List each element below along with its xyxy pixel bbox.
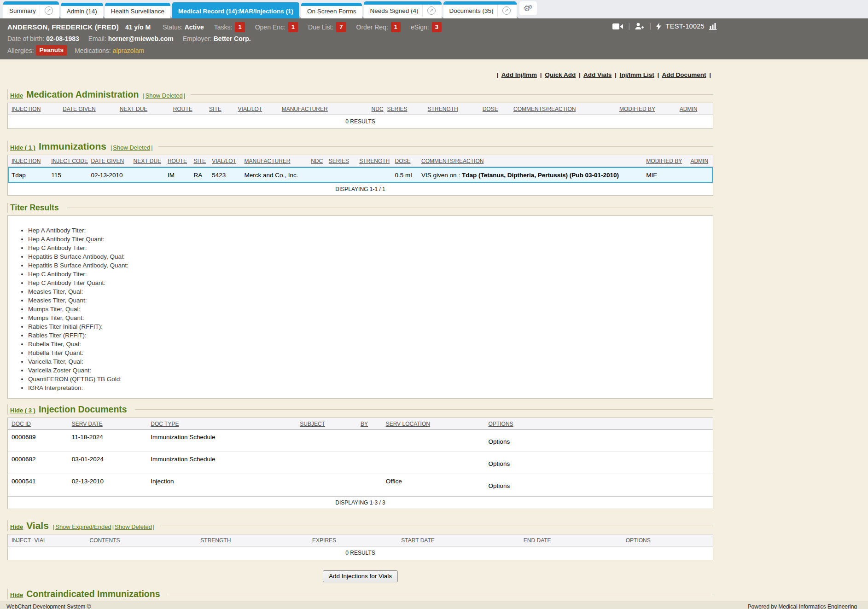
titer-item: Measles Titer, Qual: — [28, 287, 713, 296]
settings-button[interactable]: ⚙⚙ — [519, 1, 537, 15]
video-camera-icon[interactable] — [612, 23, 623, 30]
show-deleted-link[interactable]: Show Deleted — [115, 523, 152, 530]
column-header[interactable]: INJECTION — [8, 158, 49, 164]
open-enc-count-badge[interactable]: 1 — [288, 22, 298, 32]
column-header[interactable]: ROUTE — [171, 106, 207, 112]
hide-link[interactable]: Hide ( 1 ) — [10, 144, 35, 151]
column-header[interactable]: SERV DATE — [70, 421, 149, 427]
column-header[interactable]: INJECT CODE — [49, 158, 89, 164]
tab-summary[interactable]: Summary ↗ — [3, 1, 59, 18]
add-person-icon[interactable] — [635, 23, 645, 30]
chart-icon[interactable] — [709, 23, 717, 30]
column-header[interactable]: SERV LOCATION — [384, 421, 487, 427]
column-header[interactable]: MANUFACTURER — [243, 158, 309, 164]
column-header[interactable]: MANUFACTURER — [280, 106, 353, 112]
tab-on-screen-forms[interactable]: On Screen Forms — [301, 3, 362, 18]
tab-needs-signed[interactable]: Needs Signed (4) ↗ — [364, 1, 441, 18]
order-req-count-badge[interactable]: 1 — [391, 22, 401, 32]
column-header[interactable]: DOSE — [393, 158, 420, 164]
inj-imm-list-link[interactable]: Inj/Imm List — [620, 71, 654, 78]
column-header[interactable]: OPTIONS — [487, 421, 713, 427]
options-link[interactable]: Options — [487, 456, 713, 467]
titer-item: Hep C Antibody Titer: — [28, 270, 713, 278]
cell-modified-by: MIE — [644, 172, 688, 179]
tasks-count-badge[interactable]: 1 — [235, 22, 245, 32]
options-link[interactable]: Options — [487, 434, 713, 445]
document-row[interactable]: 0000541 02-13-2010 Injection Office Opti… — [8, 474, 713, 496]
column-header[interactable]: START DATE — [399, 537, 522, 544]
column-header[interactable]: EXPIRES — [310, 537, 399, 544]
show-expired-link[interactable]: Show Expired/Ended — [55, 523, 111, 530]
footer-left-text: WebChart Development System © — [6, 603, 91, 609]
column-header[interactable]: NDC — [309, 158, 327, 164]
tab-documents[interactable]: Documents (35) ↗ — [443, 1, 517, 18]
titer-item: Rabies Titer Initial (RFFIT): — [28, 322, 713, 331]
divider — [67, 208, 713, 208]
add-injections-for-vials-button[interactable]: Add Injections for Vials — [323, 570, 398, 582]
column-header[interactable]: NDC — [353, 106, 385, 112]
lightning-icon[interactable] — [656, 23, 661, 30]
column-header[interactable]: SITE — [192, 158, 210, 164]
column-header[interactable]: VIAL/LOT — [236, 106, 280, 112]
column-header[interactable]: BY — [359, 421, 384, 427]
divider: | — [152, 523, 155, 530]
column-header[interactable]: STRENGTH — [426, 106, 481, 112]
divider — [422, 5, 423, 17]
tab-label: Admin (14) — [67, 8, 97, 15]
document-row[interactable]: 0000689 11-18-2024 Immunization Schedule… — [8, 430, 713, 452]
tab-health-surveillance[interactable]: Health Surveillance — [105, 3, 170, 18]
column-header[interactable]: SITE — [207, 106, 236, 112]
column-header[interactable]: ADMIN — [688, 158, 713, 164]
hide-link[interactable]: Hide — [10, 523, 23, 530]
hide-link[interactable]: Hide ( 3 ) — [10, 407, 35, 414]
esign-count-badge[interactable]: 3 — [432, 22, 442, 32]
column-header[interactable]: DOSE — [481, 106, 512, 112]
show-deleted-link[interactable]: Show Deleted — [146, 92, 183, 99]
column-header[interactable]: NEXT DUE — [118, 106, 171, 112]
tab-label: On Screen Forms — [307, 8, 356, 15]
divider: | — [539, 71, 543, 78]
column-header[interactable]: DOC TYPE — [149, 421, 298, 427]
tab-admin[interactable]: Admin (14) — [61, 3, 103, 18]
column-header[interactable]: ROUTE — [166, 158, 192, 164]
column-header[interactable]: DATE GIVEN — [89, 158, 131, 164]
email-value: horner@mieweb.com — [108, 34, 174, 43]
divider: | — [142, 92, 145, 99]
column-header[interactable]: VIAL — [33, 537, 88, 544]
column-header[interactable]: SERIES — [327, 158, 357, 164]
column-header[interactable]: STRENGTH — [198, 537, 310, 544]
column-header[interactable]: DATE GIVEN — [61, 106, 118, 112]
cell-site: RA — [192, 172, 210, 179]
column-header[interactable]: COMMENTS/REACTION — [419, 158, 644, 164]
hide-link[interactable]: Hide — [10, 92, 23, 99]
column-header[interactable]: DOC ID — [8, 421, 70, 427]
column-header[interactable]: MODIFIED BY — [618, 106, 678, 112]
column-header[interactable]: SERIES — [385, 106, 426, 112]
column-header[interactable]: COMMENTS/REACTION — [512, 106, 618, 112]
add-vials-link[interactable]: Add Vials — [583, 71, 612, 78]
column-header[interactable]: STRENGTH — [357, 158, 393, 164]
options-link[interactable]: Options — [487, 478, 713, 489]
column-header[interactable]: INJECTION — [8, 106, 61, 112]
open-enc-label: Open Enc: — [255, 23, 285, 32]
document-row[interactable]: 0000682 03-01-2024 Immunization Schedule… — [8, 452, 713, 474]
popout-icon[interactable]: ↗ — [427, 6, 436, 15]
column-header[interactable]: CONTENTS — [88, 537, 199, 544]
add-inj-imm-link[interactable]: Add Inj/Imm — [501, 71, 537, 78]
column-header[interactable]: END DATE — [522, 537, 624, 544]
popout-icon[interactable]: ↗ — [502, 6, 511, 15]
tab-medical-record-mar-injections[interactable]: Medical Record (14):MAR/Injections (1) — [172, 2, 299, 18]
column-header[interactable]: SUBJECT — [298, 421, 359, 427]
column-header[interactable]: VIAL/LOT — [210, 158, 242, 164]
add-document-link[interactable]: Add Document — [662, 71, 706, 78]
column-header[interactable]: ADMIN — [678, 106, 713, 112]
divider: | — [708, 71, 712, 78]
due-list-count-badge[interactable]: 7 — [336, 22, 346, 32]
popout-icon[interactable]: ↗ — [45, 6, 53, 15]
quick-add-link[interactable]: Quick Add — [545, 71, 576, 78]
show-deleted-link[interactable]: Show Deleted — [113, 144, 150, 151]
column-header[interactable]: MODIFIED BY — [644, 158, 688, 164]
column-header[interactable]: NEXT DUE — [132, 158, 166, 164]
hide-link[interactable]: Hide — [10, 592, 23, 598]
immunization-row[interactable]: Tdap 115 02-13-2010 IM RA 5423 Merck and… — [8, 167, 713, 183]
